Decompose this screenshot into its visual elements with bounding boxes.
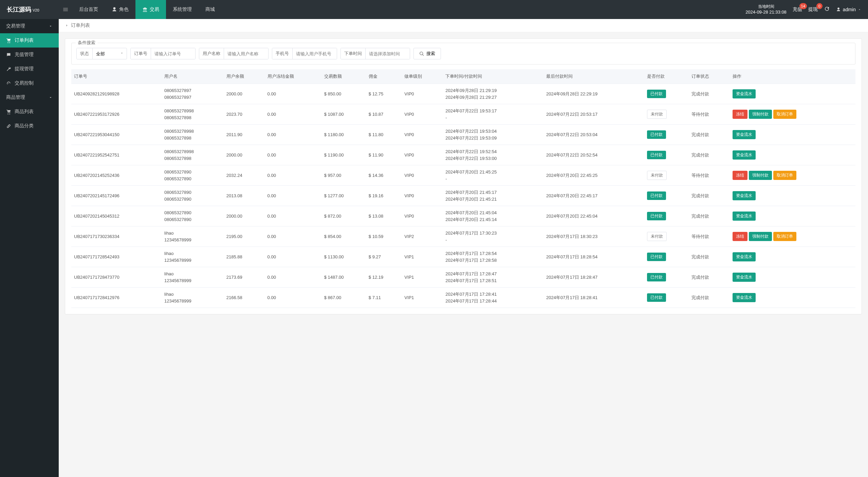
cell-level: VIP0 xyxy=(402,186,443,206)
cell-paid: 未付款 xyxy=(644,104,689,125)
flow-button[interactable]: 资金流水 xyxy=(733,130,756,139)
recharge-link[interactable]: 充值 14 xyxy=(793,6,802,13)
order-label: 订单号 xyxy=(131,48,151,59)
admin-menu[interactable]: admin xyxy=(836,7,861,12)
topnav-item[interactable]: 商城 xyxy=(199,0,222,19)
sidebar-item-label: 交易控制 xyxy=(15,80,34,86)
cell-username: lihao12345678999 xyxy=(162,226,224,247)
topnav-label: 角色 xyxy=(119,6,129,13)
cell-status: 完成付款 xyxy=(689,84,730,104)
paid-tag: 已付款 xyxy=(647,151,666,159)
cell-actions: 资金流水 xyxy=(730,84,855,104)
topnav-item[interactable]: 系统管理 xyxy=(166,0,199,19)
cell-paid: 已付款 xyxy=(644,288,689,308)
flow-button[interactable]: 资金流水 xyxy=(733,252,756,261)
status-select[interactable]: 全部 xyxy=(93,48,127,59)
table-row: UB2407202145045312 080653278900806532789… xyxy=(71,206,855,226)
cell-balance: 2173.69 xyxy=(224,267,265,288)
refresh-icon xyxy=(824,6,830,12)
sidebar-item[interactable]: 商品列表 xyxy=(0,105,59,119)
freeze-button[interactable]: 冻结 xyxy=(733,232,747,241)
cell-amount: $ 872.00 xyxy=(321,206,366,226)
table-row: UB2407221953044150 080653278998080653278… xyxy=(71,125,855,145)
cell-actions: 资金流水 xyxy=(730,247,855,267)
cell-frozen: 0.00 xyxy=(265,247,321,267)
cell-amount: $ 1277.00 xyxy=(321,186,366,206)
cell-username: 08065327899808065327898 xyxy=(162,104,224,125)
force-pay-button[interactable]: 强制付款 xyxy=(749,232,772,241)
topnav-item[interactable]: 交易 xyxy=(135,0,166,19)
sidebar-item[interactable]: 充值管理 xyxy=(0,48,59,62)
user-icon xyxy=(836,7,841,12)
topnav-item[interactable]: 角色 xyxy=(105,0,135,19)
cell-commission: $ 12.75 xyxy=(366,84,402,104)
search-button[interactable]: 搜索 xyxy=(413,48,441,59)
sidebar-item[interactable]: 提现管理 xyxy=(0,62,59,76)
table-row: UB2407202145172496 080653278900806532789… xyxy=(71,186,855,206)
sidebar-group-trade[interactable]: 交易管理 xyxy=(0,19,59,33)
username-input[interactable] xyxy=(224,48,268,59)
sidebar-item[interactable]: 商品分类 xyxy=(0,119,59,133)
force-pay-button[interactable]: 强制付款 xyxy=(749,110,772,119)
time-label: 下单时间 xyxy=(341,48,366,59)
cancel-button[interactable]: 取消订单 xyxy=(773,232,796,241)
recharge-badge: 14 xyxy=(799,3,807,9)
cell-username: 0806532789008065327890 xyxy=(162,165,224,186)
clock: 当地时间 2024-09-28 21:33:08 xyxy=(745,4,787,16)
table-row: UB2407221952542751 080653278998080653278… xyxy=(71,145,855,165)
cell-order-id: UB2407171728412976 xyxy=(71,288,162,308)
cell-times: 2024年07月17日 17:28:412024年07月17日 17:28:44 xyxy=(443,288,543,308)
sidebar-item-label: 商品列表 xyxy=(15,109,34,115)
cancel-button[interactable]: 取消订单 xyxy=(773,171,796,180)
flow-button[interactable]: 资金流水 xyxy=(733,293,756,302)
cell-status: 完成付款 xyxy=(689,145,730,165)
status-filter[interactable]: 状态 全部 xyxy=(76,48,127,59)
table-header: 交易数额 xyxy=(321,69,366,84)
orders-table: 订单号用户名用户余额用户冻结金额交易数额佣金做单级别下单时间/付款时间最后付款时… xyxy=(71,69,855,308)
flow-button[interactable]: 资金流水 xyxy=(733,212,756,221)
force-pay-button[interactable]: 强制付款 xyxy=(749,171,772,180)
sidebar-item[interactable]: 订单列表 xyxy=(0,33,59,48)
menu-toggle[interactable] xyxy=(59,0,72,19)
cancel-button[interactable]: 取消订单 xyxy=(773,110,796,119)
refresh-button[interactable] xyxy=(824,6,830,13)
cell-last-pay: 2024年07月22日 20:53:17 xyxy=(543,104,644,125)
cell-level: VIP0 xyxy=(402,145,443,165)
cell-level: VIP0 xyxy=(402,165,443,186)
hamburger-icon xyxy=(62,6,69,13)
withdraw-link[interactable]: 提现 0 xyxy=(808,6,818,13)
flow-button[interactable]: 资金流水 xyxy=(733,150,756,160)
cell-level: VIP1 xyxy=(402,267,443,288)
phone-input[interactable] xyxy=(293,48,337,59)
cell-username: 0806532789708065327897 xyxy=(162,84,224,104)
cell-order-id: UB2407202145172496 xyxy=(71,186,162,206)
topnav-item[interactable]: 后台首页 xyxy=(72,0,105,19)
cell-actions: 资金流水 xyxy=(730,288,855,308)
cell-last-pay: 2024年07月17日 18:28:54 xyxy=(543,247,644,267)
cell-amount: $ 957.00 xyxy=(321,165,366,186)
paid-tag: 已付款 xyxy=(647,90,666,98)
flow-button[interactable]: 资金流水 xyxy=(733,89,756,98)
table-header: 用户余额 xyxy=(224,69,265,84)
sidebar-item[interactable]: 交易控制 xyxy=(0,76,59,90)
time-input[interactable] xyxy=(366,48,410,59)
flow-button[interactable]: 资金流水 xyxy=(733,273,756,282)
cell-paid: 已付款 xyxy=(644,84,689,104)
cell-paid: 已付款 xyxy=(644,186,689,206)
sidebar-group-label: 交易管理 xyxy=(6,23,25,29)
table-header: 用户名 xyxy=(162,69,224,84)
cell-balance: 2011.90 xyxy=(224,125,265,145)
sidebar-group-goods[interactable]: 商品管理 xyxy=(0,90,59,105)
order-input[interactable] xyxy=(151,48,195,59)
cell-amount: $ 867.00 xyxy=(321,288,366,308)
freeze-button[interactable]: 冻结 xyxy=(733,171,747,180)
table-header: 操作 xyxy=(730,69,855,84)
cell-last-pay: 2024年07月20日 22:45:17 xyxy=(543,186,644,206)
flow-button[interactable]: 资金流水 xyxy=(733,191,756,200)
order-filter: 订单号 xyxy=(130,48,196,59)
table-row: UB2407202145252436 080653278900806532789… xyxy=(71,165,855,186)
cell-actions: 冻结强制付款取消订单 xyxy=(730,165,855,186)
cart-icon xyxy=(6,109,11,114)
cell-last-pay: 2024年07月17日 18:28:41 xyxy=(543,288,644,308)
freeze-button[interactable]: 冻结 xyxy=(733,110,747,119)
